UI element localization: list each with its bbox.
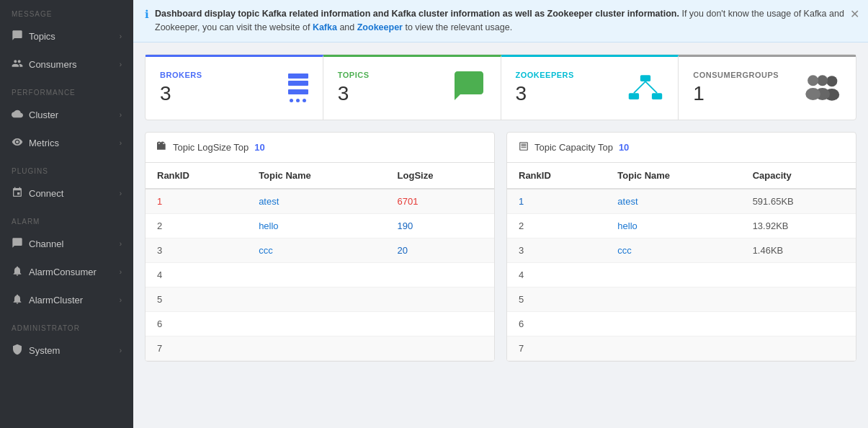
logsize-table-row: 5 [146,287,494,311]
capacity-table-row: 4 [507,262,856,287]
logsize-col-rankid: RankID [146,163,247,189]
sidebar-item-alarmcluster-label: AlarmCluster [29,295,83,306]
stat-card-consumergroups: CONSUMERGROUPS 1 [679,55,856,120]
kafka-link[interactable]: Kafka [313,22,337,32]
logsize-topic-cell [247,262,385,287]
logsize-table: RankID Topic Name LogSize 1 atest 6701 2… [146,163,494,361]
logsize-table-row: 7 [146,336,494,360]
sidebar-item-consumers[interactable]: Consumers › [0,50,133,79]
topics-info: TOPICS 3 [338,71,370,105]
sidebar-item-channel[interactable]: Channel › [0,230,133,258]
logsize-col-logsize: LogSize [386,163,494,189]
consumergroups-label: CONSUMERGROUPS [693,71,779,79]
sidebar-item-cluster[interactable]: Cluster › [0,101,133,129]
svg-point-7 [817,75,828,86]
logsize-table-row: 1 atest 6701 [146,189,494,214]
svg-point-9 [807,75,818,86]
logsize-table-row: 3 ccc 20 [146,238,494,262]
sidebar-item-metrics-label: Metrics [29,138,59,148]
connect-icon [12,187,23,200]
capacity-size-cell: 591.65KB [741,189,856,214]
logsize-topic-cell[interactable]: ccc [247,238,385,262]
capacity-topic-cell[interactable]: ccc [606,238,741,262]
chevron-right-icon: › [120,240,122,248]
consumergroups-info: CONSUMERGROUPS 1 [693,71,779,105]
logsize-table-row: 4 [146,262,494,287]
brokers-icon [288,73,308,102]
svg-line-4 [645,81,657,93]
logsize-table-icon [157,141,167,153]
capacity-col-topicname: Topic Name [606,163,741,189]
stat-card-topics: TOPICS 3 [323,55,501,120]
sidebar-item-system[interactable]: System › [0,336,133,365]
alert-text-end: to view the relevant usage. [403,22,512,32]
capacity-topic-cell[interactable]: atest [606,189,741,214]
capacity-rank-cell: 4 [507,262,606,287]
capacity-size-cell [741,262,856,287]
sidebar-item-alarmcluster[interactable]: AlarmCluster › [0,286,133,314]
topics-icon [452,68,486,108]
capacity-table-row: 6 [507,311,856,336]
alert-text-bold: Dashboard display topic Kafka related in… [155,9,679,19]
info-icon: ℹ [145,8,149,21]
capacity-table-row: 1 atest 591.65KB [507,189,856,214]
sidebar-item-alarmconsumer[interactable]: AlarmConsumer › [0,258,133,286]
sidebar-item-connect[interactable]: Connect › [0,179,133,208]
logsize-size-cell: 190 [386,213,494,238]
capacity-table-title: Topic Capacity Top [534,142,613,153]
alarmcluster-icon [12,293,23,307]
alert-banner: ℹ Dashboard display topic Kafka related … [133,0,868,43]
logsize-rank-cell: 3 [146,238,247,262]
capacity-table-top10: 10 [619,142,629,153]
zookeepers-value: 3 [516,82,574,105]
sidebar-section-message: MESSAGE [0,0,133,22]
logsize-rank-cell: 2 [146,213,247,238]
consumergroups-icon [798,72,841,104]
capacity-topic-cell [606,262,741,287]
logsize-topic-cell[interactable]: hello [247,213,385,238]
logsize-size-cell [386,262,494,287]
chevron-right-icon: › [120,32,122,40]
tables-row: Topic LogSize Top10 RankID Topic Name Lo… [145,132,856,362]
sidebar-item-metrics[interactable]: Metrics › [0,129,133,157]
zookeeper-link[interactable]: Zookeeper [357,22,403,32]
svg-rect-0 [640,75,650,81]
capacity-topic-cell[interactable]: hello [606,213,741,238]
capacity-table-header: Topic Capacity Top10 [507,133,856,163]
stat-card-brokers: BROKERS 3 [146,55,323,120]
chevron-right-icon: › [120,111,122,119]
svg-rect-1 [629,93,639,99]
capacity-topic-cell [606,287,741,311]
capacity-table-row: 2 hello 13.92KB [507,213,856,238]
logsize-topic-cell [247,336,385,360]
logsize-table-panel: Topic LogSize Top10 RankID Topic Name Lo… [145,132,495,362]
capacity-size-cell [741,287,856,311]
sidebar-section-administrator: ADMINISTRATOR [0,314,133,336]
logsize-col-topicname: Topic Name [247,163,385,189]
chevron-right-icon: › [120,296,122,304]
chevron-right-icon: › [120,61,122,68]
capacity-rank-cell: 6 [507,311,606,336]
brokers-value: 3 [160,82,202,105]
capacity-table-row: 5 [507,287,856,311]
logsize-size-cell [386,287,494,311]
zookeepers-label: ZOOKEEPERS [516,71,574,79]
logsize-topic-cell[interactable]: atest [247,189,385,214]
capacity-size-cell: 1.46KB [741,238,856,262]
zookeepers-info: ZOOKEEPERS 3 [516,71,574,105]
logsize-table-row: 6 [146,311,494,336]
logsize-table-header: Topic LogSize Top10 [146,133,494,163]
sidebar: MESSAGE Topics › Consumers › PERFORMANCE… [0,0,133,428]
sidebar-item-topics[interactable]: Topics › [0,22,133,50]
alert-text-and: and [337,22,357,32]
logsize-table-title: Topic LogSize Top [173,142,249,153]
content-area: BROKERS 3 TOPICS 3 [133,43,868,429]
brokers-info: BROKERS 3 [160,71,202,105]
logsize-size-cell: 6701 [386,189,494,214]
capacity-table-icon [519,141,529,153]
logsize-size-cell: 20 [386,238,494,262]
capacity-size-cell: 13.92KB [741,213,856,238]
brokers-label: BROKERS [160,71,202,79]
alert-close-button[interactable]: ✕ [850,7,859,21]
sidebar-item-cluster-label: Cluster [29,110,58,120]
